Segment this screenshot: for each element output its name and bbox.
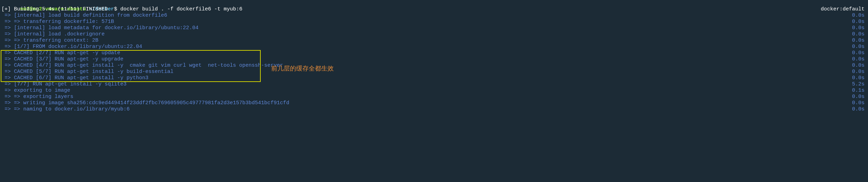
build-step-line: => => writing image sha256:cdc9ed449414f…: [0, 100, 868, 106]
build-step-time: 0.1s: [852, 88, 867, 94]
build-step-time: 0.0s: [852, 31, 867, 38]
build-step-text: => [1/7] FROM docker.io/library/ubuntu:2…: [1, 44, 142, 50]
build-step-line: => [internal] load metadata for docker.i…: [0, 25, 868, 31]
build-step-line: => [internal] load build definition from…: [0, 13, 868, 19]
build-step-time: 0.0s: [852, 50, 867, 56]
build-step-text: => [internal] load build definition from…: [1, 13, 167, 19]
build-step-line: => => transferring context: 2B0.0s: [0, 38, 868, 44]
terminal-window[interactable]: mu2@mu2-vmware-ubuntu:~/docker$ docker b…: [0, 0, 868, 182]
build-step-time: 0.0s: [852, 44, 867, 50]
build-step-time: 0.0s: [852, 13, 867, 19]
build-step-time: 0.0s: [852, 69, 867, 75]
build-step-text: => [7/7] RUN apt-get install -y sqlite3: [1, 81, 127, 88]
build-step-line: => [7/7] RUN apt-get install -y sqlite35…: [0, 81, 868, 88]
build-step-line: => CACHED [4/7] RUN apt-get install -y c…: [0, 63, 868, 69]
prompt-dollar: $: [114, 6, 120, 12]
build-status: [+] Building 5.4s (11/11) FINISHED: [1, 6, 108, 13]
build-step-line: => exporting to image0.1s: [0, 88, 868, 94]
build-context: docker:default: [821, 6, 867, 13]
build-step-text: => CACHED [3/7] RUN apt-get -y upgrade: [1, 56, 123, 63]
build-step-text: => CACHED [5/7] RUN apt-get install -y b…: [1, 69, 173, 75]
build-step-line: => CACHED [2/7] RUN apt-get -y update0.0…: [0, 50, 868, 56]
build-step-line: => CACHED [3/7] RUN apt-get -y upgrade0.…: [0, 56, 868, 63]
build-step-line: => CACHED [5/7] RUN apt-get install -y b…: [0, 69, 868, 75]
build-step-line: => [internal] load .dockerignore0.0s: [0, 31, 868, 38]
build-step-text: => exporting to image: [1, 88, 70, 94]
build-step-time: 0.0s: [852, 56, 867, 63]
build-step-text: => => exporting layers: [1, 94, 73, 100]
build-step-text: => => writing image sha256:cdc9ed449414f…: [1, 100, 289, 106]
build-step-text: => => transferring dockerfile: 571B: [1, 19, 114, 25]
build-step-text: => [internal] load .dockerignore: [1, 31, 105, 38]
build-step-text: => => transferring context: 2B: [1, 38, 98, 44]
build-step-line: => => transferring dockerfile: 571B0.0s: [0, 19, 868, 25]
build-step-line: => [1/7] FROM docker.io/library/ubuntu:2…: [0, 44, 868, 50]
build-step-time: 0.0s: [852, 19, 867, 25]
build-step-time: 0.0s: [852, 106, 867, 113]
build-step-text: => CACHED [6/7] RUN apt-get install -y p…: [1, 75, 148, 81]
build-step-line: => => exporting layers0.0s: [0, 94, 868, 100]
build-step-time: 5.2s: [852, 81, 867, 88]
annotation-text: 前几层的缓存全都生效: [271, 65, 334, 72]
build-step-text: => CACHED [2/7] RUN apt-get -y update: [1, 50, 120, 56]
prompt-line: mu2@mu2-vmware-ubuntu:~/docker$ docker b…: [0, 0, 868, 6]
build-step-text: => [internal] load metadata for docker.i…: [1, 25, 198, 31]
build-step-line: => => naming to docker.io/library/myub:6…: [0, 106, 868, 113]
build-step-time: 0.0s: [852, 25, 867, 31]
build-step-time: 0.0s: [852, 94, 867, 100]
build-step-time: 0.0s: [852, 100, 867, 106]
build-steps: => [internal] load build definition from…: [0, 13, 868, 113]
build-step-line: => CACHED [6/7] RUN apt-get install -y p…: [0, 75, 868, 81]
build-step-time: 0.0s: [852, 63, 867, 69]
build-step-time: 0.0s: [852, 38, 867, 44]
build-step-time: 0.0s: [852, 75, 867, 81]
command-text: docker build . -f dockerfile6 -t myub:6: [120, 6, 242, 12]
build-step-text: => CACHED [4/7] RUN apt-get install -y c…: [1, 63, 283, 69]
build-step-text: => => naming to docker.io/library/myub:6: [1, 106, 130, 113]
